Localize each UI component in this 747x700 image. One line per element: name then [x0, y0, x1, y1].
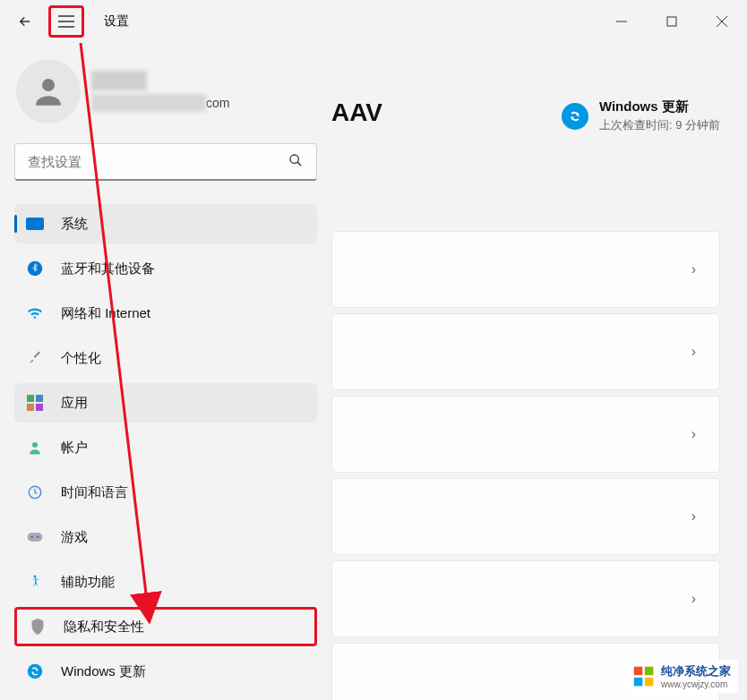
app-title: 设置	[104, 13, 129, 30]
close-icon	[717, 16, 727, 27]
settings-cards: › › › › ›	[331, 231, 720, 700]
svg-rect-14	[27, 404, 34, 411]
sidebar: com 系统 蓝牙和其他设备 网络和 Internet 个性化 应用	[0, 43, 331, 700]
shield-icon	[28, 617, 47, 636]
sidebar-item-privacy[interactable]: 隐私和安全性	[14, 607, 317, 646]
user-email-blurred	[91, 94, 206, 112]
user-name-blurred	[91, 71, 147, 90]
chevron-right-icon: ›	[691, 344, 696, 360]
sidebar-item-apps[interactable]: 应用	[14, 383, 317, 423]
svg-rect-13	[36, 395, 43, 402]
update-tile-title: Windows 更新	[599, 98, 720, 115]
hamburger-icon	[58, 15, 74, 28]
svg-point-21	[34, 576, 37, 578]
clock-icon	[25, 482, 45, 502]
sidebar-item-label: 蓝牙和其他设备	[61, 260, 155, 277]
update-tile-subtitle: 上次检查时间: 9 分钟前	[599, 117, 720, 133]
svg-point-19	[30, 536, 33, 539]
settings-card[interactable]: ›	[331, 478, 720, 555]
user-email: com	[91, 94, 229, 112]
svg-rect-4	[667, 17, 676, 26]
maximize-button[interactable]	[647, 4, 697, 39]
monitor-icon	[25, 214, 45, 234]
settings-card[interactable]: ›	[331, 560, 720, 637]
person-icon	[30, 73, 67, 110]
sync-icon	[562, 103, 588, 130]
sidebar-item-label: 系统	[61, 216, 88, 233]
search-icon	[288, 153, 303, 171]
sidebar-item-personalization[interactable]: 个性化	[14, 338, 317, 378]
search-input[interactable]	[14, 143, 317, 181]
sidebar-item-time-language[interactable]: 时间和语言	[14, 473, 317, 512]
sidebar-item-label: Windows 更新	[61, 663, 146, 680]
sidebar-item-windows-update[interactable]: Windows 更新	[14, 652, 317, 691]
watermark: 纯净系统之家 www.ycwjzy.com	[625, 660, 738, 693]
svg-point-20	[37, 536, 39, 539]
sidebar-item-accounts[interactable]: 帐户	[14, 428, 317, 467]
sidebar-item-label: 隐私和安全性	[64, 619, 144, 636]
svg-rect-18	[28, 533, 43, 542]
accessibility-icon	[25, 572, 45, 592]
minimize-button[interactable]	[597, 4, 647, 39]
settings-card[interactable]: ›	[331, 231, 720, 308]
svg-rect-27	[645, 677, 654, 686]
main-header-area: AAV Windows 更新 上次检查时间: 9 分钟前	[331, 98, 720, 127]
sync-icon	[25, 662, 45, 681]
menu-button[interactable]	[48, 5, 84, 38]
window-controls	[597, 4, 747, 39]
user-account-row[interactable]: com	[14, 59, 317, 124]
bluetooth-icon	[25, 259, 45, 278]
sidebar-item-label: 帐户	[61, 440, 88, 457]
sidebar-item-system[interactable]: 系统	[14, 204, 317, 243]
sidebar-item-label: 个性化	[61, 350, 101, 367]
svg-rect-24	[634, 666, 643, 675]
wifi-icon	[25, 303, 45, 323]
apps-icon	[25, 393, 45, 413]
svg-point-7	[42, 79, 55, 91]
svg-point-16	[32, 442, 38, 448]
sidebar-item-bluetooth[interactable]: 蓝牙和其他设备	[14, 249, 317, 288]
titlebar: 设置	[0, 0, 747, 43]
sidebar-item-gaming[interactable]: 游戏	[14, 517, 317, 557]
sidebar-item-label: 辅助功能	[61, 574, 115, 591]
sidebar-item-label: 游戏	[61, 529, 88, 546]
maximize-icon	[666, 16, 677, 27]
gamepad-icon	[25, 527, 45, 547]
chevron-right-icon: ›	[691, 591, 696, 607]
sidebar-item-label: 网络和 Internet	[61, 305, 150, 322]
nav-list: 系统 蓝牙和其他设备 网络和 Internet 个性化 应用 帐户 时间和语言	[14, 204, 317, 691]
svg-rect-12	[27, 395, 34, 402]
sidebar-item-label: 应用	[61, 395, 88, 412]
chevron-right-icon: ›	[691, 261, 696, 277]
minimize-icon	[616, 16, 627, 27]
svg-rect-25	[645, 666, 654, 675]
svg-rect-10	[26, 218, 44, 230]
watermark-logo-icon	[632, 665, 656, 688]
avatar	[16, 59, 81, 124]
watermark-title: 纯净系统之家	[661, 663, 731, 679]
search-wrap	[14, 143, 317, 181]
sidebar-item-label: 时间和语言	[61, 484, 128, 501]
settings-card[interactable]: ›	[331, 313, 720, 390]
svg-rect-15	[36, 404, 43, 411]
chevron-right-icon: ›	[691, 508, 696, 525]
svg-rect-26	[634, 677, 643, 686]
watermark-url: www.ycwjzy.com	[661, 679, 731, 689]
svg-point-8	[290, 155, 298, 163]
close-button[interactable]	[697, 4, 747, 39]
windows-update-tile[interactable]: Windows 更新 上次检查时间: 9 分钟前	[562, 98, 720, 133]
brush-icon	[25, 348, 45, 368]
user-info: com	[91, 71, 229, 112]
back-button[interactable]	[13, 9, 38, 34]
svg-line-9	[297, 162, 301, 166]
settings-card[interactable]: ›	[331, 396, 720, 473]
chevron-right-icon: ›	[691, 426, 696, 442]
user-email-suffix: com	[206, 96, 229, 110]
arrow-left-icon	[17, 13, 33, 30]
sidebar-item-network[interactable]: 网络和 Internet	[14, 294, 317, 333]
sidebar-item-accessibility[interactable]: 辅助功能	[14, 562, 317, 602]
svg-point-22	[28, 664, 43, 679]
person-icon	[25, 438, 45, 457]
